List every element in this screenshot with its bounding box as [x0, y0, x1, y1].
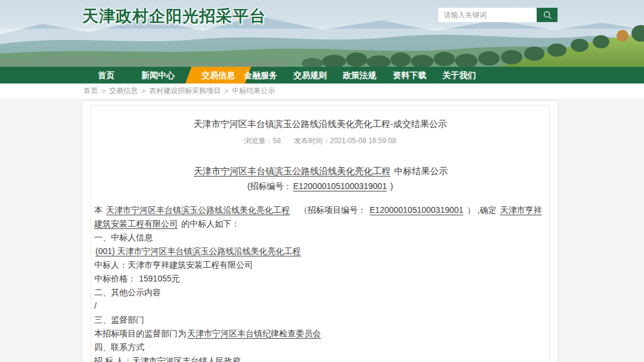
- breadcrumb-rural-projects[interactable]: 农村建设招标采购项目: [149, 86, 221, 96]
- section1-heading: 一、中标人信息: [94, 231, 546, 245]
- intro-text: 的中标人如下：: [179, 219, 240, 228]
- notice-heading-rest: 中标结果公示: [392, 166, 448, 176]
- nav-item-rules[interactable]: 交易规则: [286, 67, 334, 83]
- nav-item-about[interactable]: 关于我们: [435, 67, 483, 83]
- intro-text: 本: [94, 205, 105, 215]
- views-count: 58: [273, 137, 281, 145]
- section3-heading: 三、监督部门: [94, 313, 546, 327]
- breadcrumb-result-notice[interactable]: 中标结果公示: [232, 86, 275, 96]
- main-nav: 首页 新闻中心 交易信息 金融服务 交易规则 政策法规 资料下载 关于我们: [0, 67, 644, 83]
- search-input[interactable]: [438, 8, 537, 22]
- tender-code-number: E1200001051000319001: [292, 181, 388, 191]
- intro-text: ） ,确定: [465, 205, 499, 215]
- publish-time: 2021-05-08 16:59:08: [330, 137, 396, 145]
- intro-paragraph: 本 天津市宁河区丰台镇滨玉公路线沿线美化亮化工程 （招标项目编号： E12000…: [94, 203, 546, 231]
- article-title: 天津市宁河区丰台镇滨玉公路线沿线美化亮化工程-成交结果公示: [94, 119, 546, 129]
- section2-content: /: [94, 299, 546, 313]
- section1-item: (001) 天津市宁河区丰台镇滨玉公路线沿线美化亮化工程: [94, 245, 546, 258]
- section2-heading: 二、其他公示内容: [94, 286, 546, 299]
- nav-item-trade-info-label: 交易信息: [202, 70, 235, 80]
- breadcrumb-home[interactable]: 首页: [83, 86, 98, 96]
- nav-item-policy[interactable]: 政策法规: [336, 67, 383, 83]
- tender-code-suffix: ): [388, 181, 394, 191]
- supervisor-name: 天津市宁河区丰台镇纪律检查委员会: [186, 329, 322, 338]
- tender-code-prefix: (招标编号：: [247, 181, 292, 191]
- site-title: 天津政村企阳光招采平台: [82, 5, 266, 27]
- section1-item-text: (001) 天津市宁河区丰台镇滨玉公路线沿线美化亮化工程: [94, 246, 302, 256]
- breadcrumb-separator: >: [101, 87, 106, 95]
- section4-heading: 四、联系方式: [94, 341, 546, 354]
- nav-item-downloads[interactable]: 资料下载: [386, 67, 434, 83]
- price-label: 中标价格：: [94, 274, 136, 283]
- price-value: 1591055元: [139, 274, 180, 283]
- nav-item-home[interactable]: 首页: [86, 67, 126, 83]
- nav-item-finance[interactable]: 金融服务: [237, 67, 284, 83]
- article-card: 天津市宁河区丰台镇滨玉公路线沿线美化亮化工程-成交结果公示 浏览量：58发布时间…: [91, 105, 550, 362]
- breadcrumb: 首页 > 交易信息 > 农村建设招标采购项目 > 中标结果公示: [0, 83, 644, 98]
- breadcrumb-trade-info[interactable]: 交易信息: [109, 86, 138, 96]
- intro-project-name: 天津市宁河区丰台镇滨玉公路线沿线美化亮化工程: [105, 205, 291, 215]
- content-area: 天津市宁河区丰台镇滨玉公路线沿线美化亮化工程-成交结果公示 浏览量：58发布时间…: [0, 98, 644, 362]
- notice-heading: 天津市宁河区丰台镇滨玉公路线沿线美化亮化工程 中标结果公示: [94, 166, 546, 177]
- page: 天津政村企阳光招采平台 首页 新闻中心 交易信息 金融服务 交易规则 政策法规 …: [0, 0, 644, 362]
- breadcrumb-separator: >: [224, 87, 228, 95]
- intro-project-code: E1200001051000319001: [369, 205, 465, 215]
- publish-time-label: 发布时间：: [294, 137, 330, 145]
- nav-item-news[interactable]: 新闻中心: [134, 67, 182, 83]
- search-icon: [543, 10, 552, 20]
- site-banner: 天津政村企阳光招采平台: [0, 0, 644, 67]
- search-button[interactable]: [537, 8, 558, 22]
- article-body: 本 天津市宁河区丰台镇滨玉公路线沿线美化亮化工程 （招标项目编号： E12000…: [94, 203, 546, 362]
- search-bar: [438, 8, 558, 22]
- price-line: 中标价格：1591055元: [94, 272, 546, 286]
- supervisor-prefix: 本招标项目的监督部门为: [94, 329, 186, 338]
- article-meta: 浏览量：58发布时间：2021-05-08 16:59:08: [94, 136, 546, 146]
- breadcrumb-separator: >: [141, 87, 145, 95]
- winner-line: 中标人：天津市亨祥建筑安装工程有限公司: [94, 258, 546, 272]
- views-label: 浏览量：: [244, 137, 273, 145]
- tender-code-line: (招标编号：E1200001051000319001 ): [94, 181, 546, 192]
- article-container: 天津市宁河区丰台镇滨玉公路线沿线美化亮化工程-成交结果公示 浏览量：58发布时间…: [82, 101, 558, 362]
- contact-tenderer-line: 招 标 人：天津市宁河区丰台镇人民政府: [94, 354, 546, 362]
- intro-text: （招标项目编号：: [291, 205, 369, 215]
- notice-project-name: 天津市宁河区丰台镇滨玉公路线沿线美化亮化工程: [193, 166, 392, 176]
- supervisor-line: 本招标项目的监督部门为天津市宁河区丰台镇纪律检查委员会: [94, 327, 546, 341]
